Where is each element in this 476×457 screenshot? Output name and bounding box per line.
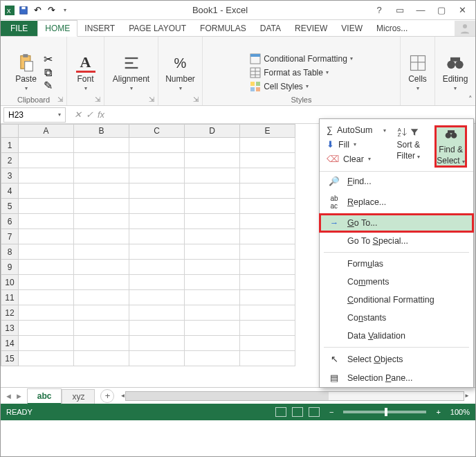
row-header[interactable]: 14 — [1, 336, 19, 351]
cell[interactable] — [74, 321, 129, 336]
cell[interactable] — [240, 244, 295, 260]
font-dialog-launcher-icon[interactable]: ⇲ — [93, 95, 102, 103]
cell[interactable] — [129, 336, 185, 351]
user-avatar-icon[interactable] — [455, 21, 475, 36]
cell[interactable] — [19, 138, 74, 153]
sheet-tab-active[interactable]: abc — [27, 388, 62, 404]
cell[interactable] — [129, 183, 185, 199]
cell[interactable] — [185, 168, 240, 183]
cell[interactable] — [129, 138, 185, 153]
row-header[interactable]: 10 — [1, 275, 19, 290]
row-header[interactable]: 7 — [1, 229, 19, 244]
cell[interactable] — [185, 199, 240, 214]
restore-icon[interactable]: ▢ — [431, 3, 452, 18]
cell[interactable] — [240, 321, 295, 336]
tab-insert[interactable]: INSERT — [77, 21, 122, 36]
cell[interactable] — [240, 260, 295, 275]
cell[interactable] — [74, 275, 129, 290]
row-header[interactable]: 4 — [1, 183, 19, 199]
tab-view[interactable]: VIEW — [334, 21, 369, 36]
menu-selection-pane[interactable]: ▤Selection Pane... — [320, 368, 473, 387]
cell[interactable] — [19, 351, 74, 366]
cell[interactable] — [240, 153, 295, 168]
conditional-formatting-button[interactable]: Conditional Formatting ▾ — [250, 53, 353, 64]
clear-button[interactable]: ⌫Clear ▾ — [327, 152, 391, 166]
cell[interactable] — [74, 199, 129, 214]
cell[interactable] — [19, 336, 74, 351]
menu-data-validation[interactable]: Data Validation — [320, 327, 473, 345]
menu-goto-special[interactable]: Go To Special... — [320, 232, 473, 250]
cell[interactable] — [19, 229, 74, 244]
cell[interactable] — [240, 336, 295, 351]
alignment-dialog-launcher-icon[interactable]: ⇲ — [147, 95, 156, 103]
cell[interactable] — [240, 229, 295, 244]
cell[interactable] — [19, 183, 74, 199]
row-header[interactable]: 3 — [1, 168, 19, 183]
help-icon[interactable]: ? — [369, 3, 390, 18]
cell[interactable] — [74, 183, 129, 199]
cell[interactable] — [129, 321, 185, 336]
cell[interactable] — [19, 153, 74, 168]
cells-area[interactable] — [19, 138, 295, 387]
cell[interactable] — [74, 168, 129, 183]
cell-styles-button[interactable]: Cell Styles ▾ — [250, 81, 309, 92]
cell[interactable] — [74, 153, 129, 168]
cell[interactable] — [185, 244, 240, 260]
cell[interactable] — [240, 214, 295, 229]
cell[interactable] — [185, 183, 240, 199]
cell[interactable] — [185, 290, 240, 305]
cut-icon[interactable]: ✂ — [42, 54, 55, 65]
menu-select-objects[interactable]: ↖Select Objects — [320, 350, 473, 368]
cell[interactable] — [240, 275, 295, 290]
cell[interactable] — [19, 168, 74, 183]
cell[interactable] — [240, 138, 295, 153]
font-button[interactable]: A Font ▾ — [73, 52, 98, 93]
col-header[interactable]: A — [19, 124, 74, 138]
page-layout-view-icon[interactable] — [292, 407, 303, 417]
cell[interactable] — [240, 199, 295, 214]
sheet-tab-other[interactable]: xyz — [62, 389, 95, 404]
format-as-table-button[interactable]: Format as Table ▾ — [250, 67, 329, 78]
menu-find[interactable]: 🔎Find... — [320, 172, 473, 190]
paste-button[interactable]: Paste ▾ — [12, 52, 39, 93]
fill-button[interactable]: ⬇Fill ▾ — [327, 137, 391, 152]
cell[interactable] — [185, 275, 240, 290]
cell[interactable] — [185, 260, 240, 275]
cell[interactable] — [240, 183, 295, 199]
close-icon[interactable]: ✕ — [452, 3, 473, 18]
tab-formulas[interactable]: FORMULAS — [193, 21, 253, 36]
cell[interactable] — [185, 153, 240, 168]
cell[interactable] — [240, 290, 295, 305]
zoom-out-icon[interactable]: − — [329, 408, 333, 416]
minimize-icon[interactable]: — — [410, 3, 431, 18]
col-header[interactable]: C — [129, 124, 185, 138]
cell[interactable] — [74, 305, 129, 321]
cell[interactable] — [129, 153, 185, 168]
cell[interactable] — [19, 290, 74, 305]
save-icon[interactable] — [17, 4, 30, 17]
cell[interactable] — [74, 351, 129, 366]
cell[interactable] — [74, 260, 129, 275]
cell[interactable] — [129, 260, 185, 275]
chevron-down-icon[interactable]: ▾ — [58, 111, 61, 118]
cell[interactable] — [74, 244, 129, 260]
page-break-view-icon[interactable] — [309, 407, 320, 417]
enter-formula-icon[interactable]: ✓ — [86, 109, 93, 120]
qat-dropdown-icon[interactable]: ▾ — [59, 4, 71, 17]
row-header[interactable]: 6 — [1, 214, 19, 229]
cell[interactable] — [240, 168, 295, 183]
row-header[interactable]: 2 — [1, 153, 19, 168]
menu-goto[interactable]: →Go To... — [320, 214, 473, 232]
row-header[interactable]: 5 — [1, 199, 19, 214]
tab-file[interactable]: FILE — [1, 21, 37, 36]
zoom-slider[interactable] — [343, 411, 426, 413]
cell[interactable] — [74, 336, 129, 351]
menu-comments[interactable]: Comments — [320, 273, 473, 291]
tab-page-layout[interactable]: PAGE LAYOUT — [122, 21, 193, 36]
cell[interactable] — [129, 229, 185, 244]
cell[interactable] — [129, 244, 185, 260]
sort-filter-button[interactable]: AZ Sort & Filter ▾ — [396, 126, 420, 161]
find-select-button[interactable]: Find & Select ▾ — [435, 126, 466, 167]
row-header[interactable]: 12 — [1, 305, 19, 321]
cell[interactable] — [19, 321, 74, 336]
